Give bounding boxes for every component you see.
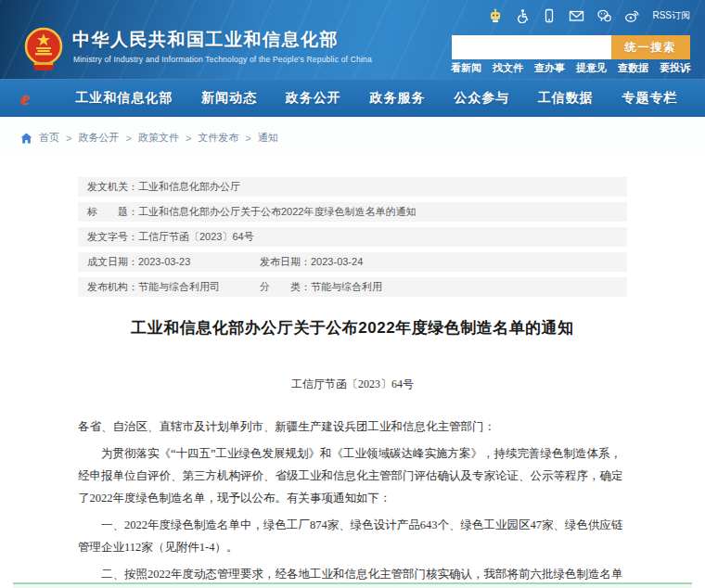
document-meta-table: 发文机关： 工业和信息化部办公厅 标 题： 工业和信息化部办公厅关于公布2022… bbox=[78, 177, 627, 297]
meta-row-dates: 成文日期： 2023-03-23 发布日期： 2023-03-24 bbox=[78, 252, 627, 272]
breadcrumb-notice[interactable]: 通知 bbox=[258, 131, 278, 145]
nav-item-gov-service[interactable]: 政务服务 bbox=[369, 90, 425, 107]
search-button[interactable]: 统一搜索 bbox=[611, 35, 690, 59]
meta-value: 工业和信息化部办公厅 bbox=[138, 180, 240, 194]
quick-link-files[interactable]: 找文件 bbox=[493, 61, 523, 75]
quick-link-suggest[interactable]: 提意见 bbox=[576, 61, 607, 75]
meta-row-org-category: 发布机构： 节能与综合利用司 分 类： 节能与综合利用 bbox=[78, 277, 627, 297]
mobile-icon[interactable] bbox=[542, 8, 557, 23]
miit-e-logo-icon[interactable]: e bbox=[15, 88, 35, 109]
accessibility-icon[interactable] bbox=[515, 8, 530, 23]
site-subtitle: Ministry of Industry and Information Tec… bbox=[73, 55, 372, 64]
quick-link-news[interactable]: 看新闻 bbox=[451, 61, 481, 75]
salutation: 各省、自治区、直辖市及计划单列市、新疆生产建设兵团工业和信息化主管部门： bbox=[78, 415, 627, 438]
home-icon[interactable] bbox=[20, 133, 32, 144]
meta-label: 发文机关： bbox=[87, 180, 138, 194]
national-emblem-icon bbox=[23, 26, 64, 72]
quick-link-data[interactable]: 查数据 bbox=[618, 61, 648, 75]
breadcrumb-home[interactable]: 首页 bbox=[39, 131, 59, 145]
breadcrumb-policy-files[interactable]: 政策文件 bbox=[138, 131, 179, 145]
nav-item-data[interactable]: 工信数据 bbox=[538, 90, 594, 107]
document-number: 工信厅节函〔2023〕64号 bbox=[0, 377, 705, 392]
nav-item-topics[interactable]: 专题专栏 bbox=[622, 90, 678, 107]
search-input[interactable] bbox=[452, 35, 611, 59]
meta-label: 成文日期： bbox=[87, 255, 138, 269]
nav-item-participation[interactable]: 公众参与 bbox=[454, 90, 509, 107]
breadcrumb-separator: > bbox=[125, 133, 131, 144]
page: 中华人民共和国工业和信息化部 Ministry of Industry and … bbox=[0, 0, 705, 588]
meta-label: 标 题： bbox=[87, 205, 138, 219]
quick-link-services[interactable]: 查办事 bbox=[534, 61, 565, 75]
site-title: 中华人民共和国工业和信息化部 bbox=[72, 28, 339, 52]
nav-item-gov-open[interactable]: 政务公开 bbox=[286, 90, 341, 107]
meta-value: 2023-03-24 bbox=[311, 255, 363, 269]
rss-subscribe-link[interactable]: RSS订阅 bbox=[652, 9, 690, 22]
meta-row-title: 标 题： 工业和信息化部办公厅关于公布2022年度绿色制造名单的通知 bbox=[78, 202, 627, 222]
meta-pair-category: 分 类： 节能与综合利用 bbox=[260, 280, 382, 294]
paragraph-item-1: 一、2022年度绿色制造名单中，绿色工厂874家、绿色设计产品643个、绿色工业… bbox=[78, 514, 627, 558]
header-utility-icons: RSS订阅 bbox=[488, 8, 690, 23]
paragraph-intro: 为贯彻落实《“十四五”工业绿色发展规划》和《工业领域碳达峰实施方案》，持续完善绿… bbox=[78, 442, 627, 509]
meta-value: 工业和信息化部办公厅关于公布2022年度绿色制造名单的通知 bbox=[138, 205, 416, 219]
meta-value: 工信厅节函〔2023〕64号 bbox=[138, 230, 254, 244]
meta-value: 2023-03-23 bbox=[138, 255, 190, 269]
meta-label: 发布日期： bbox=[260, 255, 311, 269]
meta-pair-publish-date: 发布日期： 2023-03-24 bbox=[260, 255, 363, 269]
document-title: 工业和信息化部办公厅关于公布2022年度绿色制造名单的通知 bbox=[0, 317, 705, 339]
breadcrumb-gov-open[interactable]: 政务公开 bbox=[78, 131, 119, 145]
meta-row-issuing-office: 发文机关： 工业和信息化部办公厅 bbox=[78, 177, 627, 197]
quick-link-complaint[interactable]: 要投诉 bbox=[660, 61, 690, 75]
nav-item-miit[interactable]: 工业和信息化部 bbox=[75, 90, 173, 107]
wechat-icon[interactable] bbox=[596, 8, 612, 23]
meta-label: 发布机构： bbox=[87, 280, 138, 294]
breadcrumb-file-release[interactable]: 文件发布 bbox=[198, 131, 238, 145]
weibo-icon[interactable] bbox=[624, 8, 640, 23]
breadcrumb: 首页 > 政务公开 > 政策文件 > 文件发布 > 通知 bbox=[0, 117, 705, 153]
nav-items: 工业和信息化部 新闻动态 政务公开 政务服务 公众参与 工信数据 专题专栏 bbox=[61, 90, 692, 107]
quick-links: 看新闻 找文件 查办事 提意见 查数据 要投诉 bbox=[451, 61, 690, 75]
document-body: 各省、自治区、直辖市及计划单列市、新疆生产建设兵团工业和信息化主管部门： 为贯彻… bbox=[78, 415, 627, 588]
meta-label: 发文字号： bbox=[87, 230, 138, 244]
breadcrumb-separator: > bbox=[186, 133, 191, 144]
meta-value: 节能与综合利用 bbox=[311, 280, 382, 294]
meta-pair-written-date: 成文日期： 2023-03-23 bbox=[87, 255, 260, 269]
search-box: 统一搜索 bbox=[452, 35, 690, 59]
meta-row-doc-number: 发文字号： 工信厅节函〔2023〕64号 bbox=[78, 227, 627, 247]
meta-label: 分 类： bbox=[260, 280, 311, 294]
main-navbar: e 工业和信息化部 新闻动态 政务公开 政务服务 公众参与 工信数据 专题专栏 bbox=[0, 79, 705, 117]
nav-item-news[interactable]: 新闻动态 bbox=[201, 90, 257, 107]
meta-value: 节能与综合利用司 bbox=[138, 280, 220, 294]
site-header: 中华人民共和国工业和信息化部 Ministry of Industry and … bbox=[0, 0, 705, 79]
breadcrumb-separator: > bbox=[245, 133, 250, 144]
mail-icon[interactable] bbox=[569, 8, 584, 23]
meta-pair-publish-org: 发布机构： 节能与综合利用司 bbox=[87, 280, 260, 294]
attachment-section-edge bbox=[13, 582, 692, 588]
ai-assistant-icon[interactable] bbox=[488, 8, 503, 23]
breadcrumb-separator: > bbox=[66, 133, 71, 144]
